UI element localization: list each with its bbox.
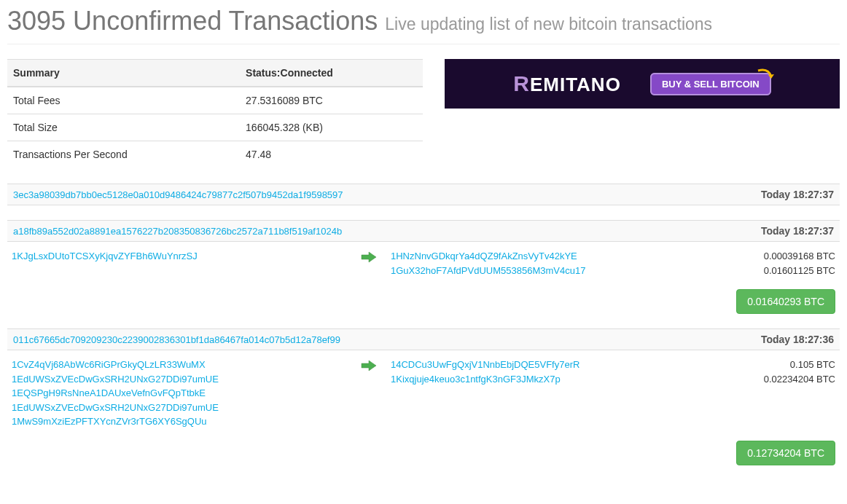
summary-row: Total Fees 27.5316089 BTC bbox=[7, 87, 423, 114]
tx-block: 011c67665dc709209230c2239002836301bf1da8… bbox=[7, 328, 840, 465]
tx-hash-link[interactable]: 011c67665dc709209230c2239002836301bf1da8… bbox=[13, 334, 340, 345]
summary-label: Total Fees bbox=[7, 87, 240, 114]
output-address-link[interactable]: 1GuX32hoF7AfdPVdUUM553856M3mV4cu17 bbox=[391, 264, 704, 278]
tx-inputs: 1KJgLsxDUtoTCSXyKjqvZYFBh6WuYnrzSJ bbox=[12, 249, 347, 277]
output-address-link[interactable]: 14CDCu3UwFgQxjV1NnbEbjDQE5VFfy7erR bbox=[391, 358, 704, 372]
tx-total-badge[interactable]: 0.12734204 BTC bbox=[736, 441, 835, 465]
tx-body: 1KJgLsxDUtoTCSXyKjqvZYFBh6WuYnrzSJ1HNzNn… bbox=[7, 242, 840, 285]
title-text: Unconfirmed Transactions bbox=[73, 6, 378, 36]
output-amount: 0.01601125 BTC bbox=[704, 264, 835, 278]
tx-inputs: 1CvZ4qVj68AbWc6RiGPrGkyQLzLR33WuMX1EdUWS… bbox=[12, 358, 347, 429]
summary-value: 47.48 bbox=[240, 141, 423, 168]
summary-row: Total Size 166045.328 (KB) bbox=[7, 114, 423, 141]
output-address-link[interactable]: 1HNzNnvGDkqrYa4dQZ9fAkZnsVyTv42kYE bbox=[391, 249, 704, 264]
tx-total-badge[interactable]: 0.01640293 BTC bbox=[736, 289, 835, 314]
output-amount: 0.02234204 BTC bbox=[704, 372, 835, 387]
arrow-right-icon bbox=[347, 249, 391, 277]
summary-value: 27.5316089 BTC bbox=[240, 87, 423, 114]
tx-body: 1CvZ4qVj68AbWc6RiGPrGkyQLzLR33WuMX1EdUWS… bbox=[7, 350, 840, 436]
summary-header-label: Summary bbox=[7, 60, 240, 87]
curved-arrow-icon bbox=[755, 68, 776, 87]
input-address-link[interactable]: 1MwS9mXziEzPFTXYcnZVr3rTG6XY6SgQUu bbox=[12, 414, 347, 429]
ad-logo: REMITANO bbox=[513, 71, 621, 96]
tx-header: a18fb89a552d02a8891ea1576227b20835083672… bbox=[7, 220, 840, 242]
tx-block: a18fb89a552d02a8891ea1576227b20835083672… bbox=[7, 220, 840, 314]
summary-header-status: Status:Connected bbox=[240, 60, 423, 87]
tx-header: 3ec3a98039db7bb0ec5128e0a010d9486424c798… bbox=[7, 184, 840, 205]
ad-banner[interactable]: REMITANO BUY & SELL BITCOIN bbox=[445, 59, 840, 109]
divider bbox=[7, 44, 840, 44]
tx-count: 3095 bbox=[7, 6, 66, 36]
tx-block: 3ec3a98039db7bb0ec5128e0a010d9486424c798… bbox=[7, 184, 840, 205]
summary-label: Total Size bbox=[7, 114, 240, 141]
tx-hash-link[interactable]: a18fb89a552d02a8891ea1576227b20835083672… bbox=[13, 226, 342, 237]
tx-time: Today 18:27:37 bbox=[761, 189, 834, 200]
input-address-link[interactable]: 1CvZ4qVj68AbWc6RiGPrGkyQLzLR33WuMX bbox=[12, 358, 347, 372]
arrow-right-icon bbox=[347, 358, 391, 429]
output-amount: 0.00039168 BTC bbox=[704, 249, 835, 264]
input-address-link[interactable]: 1EdUWSxZVEcDwGxSRH2UNxG27DDi97umUE bbox=[12, 401, 347, 415]
tx-hash-link[interactable]: 3ec3a98039db7bb0ec5128e0a010d9486424c798… bbox=[13, 189, 343, 200]
summary-value: 166045.328 (KB) bbox=[240, 114, 423, 141]
summary-table: Summary Status:Connected Total Fees 27.5… bbox=[7, 59, 423, 168]
tx-time: Today 18:27:36 bbox=[761, 334, 834, 345]
tx-total-row: 0.01640293 BTC bbox=[7, 285, 840, 314]
tx-outputs: 14CDCu3UwFgQxjV1NnbEbjDQE5VFfy7erR1Kixqj… bbox=[391, 358, 835, 429]
ad-cta-button[interactable]: BUY & SELL BITCOIN bbox=[650, 73, 771, 95]
output-amount: 0.105 BTC bbox=[704, 358, 835, 372]
input-address-link[interactable]: 1EQSPgH9RsNneA1DAUxeVefnGvFQpTtbkE bbox=[12, 386, 347, 401]
input-address-link[interactable]: 1EdUWSxZVEcDwGxSRH2UNxG27DDi97umUE bbox=[12, 372, 347, 387]
tx-total-row: 0.12734204 BTC bbox=[7, 436, 840, 465]
page-subtitle: Live updating list of new bitcoin transa… bbox=[385, 15, 712, 34]
tx-outputs: 1HNzNnvGDkqrYa4dQZ9fAkZnsVyTv42kYE1GuX32… bbox=[391, 249, 835, 277]
tx-header: 011c67665dc709209230c2239002836301bf1da8… bbox=[7, 328, 840, 350]
input-address-link[interactable]: 1KJgLsxDUtoTCSXyKjqvZYFBh6WuYnrzSJ bbox=[12, 249, 347, 264]
output-address-link[interactable]: 1Kixqjuje4keuo3c1ntfgK3nGF3JMkzX7p bbox=[391, 372, 704, 387]
summary-row: Transactions Per Second 47.48 bbox=[7, 141, 423, 168]
page-title: 3095 Unconfirmed Transactions Live updat… bbox=[7, 6, 840, 36]
summary-label: Transactions Per Second bbox=[7, 141, 240, 168]
tx-time: Today 18:27:37 bbox=[761, 225, 834, 237]
